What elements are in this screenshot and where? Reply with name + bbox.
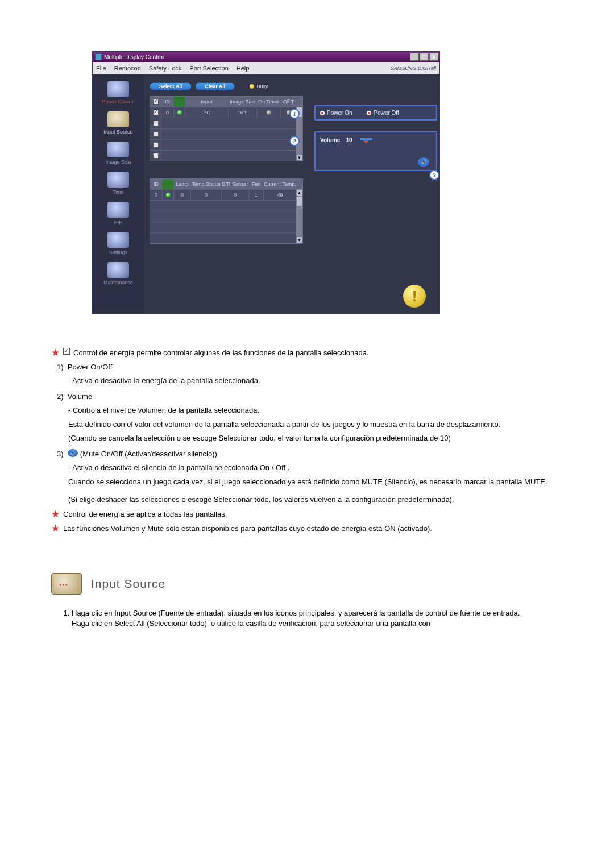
power-off-radio[interactable]: Power Off bbox=[367, 110, 399, 116]
col-power-icon bbox=[174, 97, 185, 107]
row-checkbox[interactable] bbox=[153, 142, 159, 148]
grid-scrollbar[interactable]: ▲▼ bbox=[296, 189, 302, 243]
menu-help[interactable]: Help bbox=[237, 65, 250, 72]
input-source-steps: Haga clic en Input Source (Fuente de ent… bbox=[72, 608, 563, 628]
sidebar-item-power-control[interactable]: Power Control bbox=[93, 79, 144, 109]
col2-br-senser: B/R Senser bbox=[222, 179, 249, 189]
table-row bbox=[150, 200, 302, 211]
item2-l3: (Cuando se cancela la selección o se esc… bbox=[68, 433, 451, 443]
window-title: Multiple Display Control bbox=[104, 54, 164, 60]
sidebar-item-settings[interactable]: Settings bbox=[93, 230, 144, 260]
star-icon: ★ bbox=[51, 509, 60, 519]
settings-icon bbox=[107, 231, 130, 248]
on-timer-led-icon bbox=[267, 110, 271, 115]
cell-id: 0 bbox=[161, 107, 174, 118]
power-off-label: Power Off bbox=[374, 110, 399, 116]
sidebar-item-input-source[interactable]: Input Source bbox=[93, 109, 144, 139]
col-on-timer: On Timer bbox=[257, 97, 281, 107]
power-on-label: Power On bbox=[327, 110, 352, 116]
col-id: ID bbox=[161, 97, 174, 107]
col-input: Input bbox=[185, 97, 229, 107]
row-checkbox[interactable] bbox=[153, 121, 159, 126]
ol1a: Haga clic en Input Source (Fuente de ent… bbox=[72, 609, 520, 617]
item3-l3: (Si elige deshacer las selecciones o esc… bbox=[68, 495, 454, 505]
sidebar-item-image-size[interactable]: Image Size bbox=[93, 139, 144, 169]
col2-fan: Fan bbox=[249, 179, 264, 189]
app-icon bbox=[95, 53, 102, 60]
titlebar: Multiple Display Control _ □ X bbox=[93, 52, 439, 62]
col2-temp-status: Temp.Status bbox=[191, 179, 222, 189]
cell2-fan: 1 bbox=[249, 190, 264, 200]
cell2-temp: 0 bbox=[191, 190, 222, 200]
toolbar: Select All Clear All Busy bbox=[150, 82, 434, 90]
menu-file[interactable]: File bbox=[96, 65, 106, 72]
col2-current-temp: Current Temp. bbox=[264, 179, 297, 189]
checkbox-icon bbox=[63, 348, 70, 355]
col2-power-icon bbox=[163, 179, 174, 189]
col-image-size: Image Size bbox=[229, 97, 257, 107]
row-checkbox[interactable] bbox=[153, 131, 159, 137]
header-checkbox[interactable] bbox=[153, 99, 159, 105]
minimize-button[interactable]: _ bbox=[410, 53, 419, 61]
menu-remocon[interactable]: Remocon bbox=[114, 65, 141, 72]
table-row[interactable] bbox=[150, 139, 302, 150]
busy-led-icon bbox=[250, 84, 254, 89]
star-icon: ★ bbox=[51, 348, 60, 358]
table-row[interactable]: 0 PC 16:9 bbox=[150, 107, 302, 118]
doc-text: ★ Control de energía permite controlar a… bbox=[51, 348, 563, 628]
sidebar: Power Control Input Source Image Size Ti… bbox=[93, 74, 144, 313]
table-row bbox=[150, 232, 302, 243]
input-source-icon bbox=[107, 111, 130, 128]
callout-3: 3 bbox=[429, 170, 439, 180]
main-panel: Select All Clear All Busy ID Input Image… bbox=[144, 74, 439, 313]
row-checkbox[interactable] bbox=[153, 110, 159, 115]
item2-l2: Está definido con el valor del volumen d… bbox=[68, 420, 500, 430]
busy-label: Busy bbox=[256, 84, 268, 89]
cell2-br: 0 bbox=[222, 190, 249, 200]
table-row[interactable] bbox=[150, 128, 302, 139]
maintenance-icon bbox=[107, 261, 130, 279]
menubar: File Remocon Safety Lock Port Selection … bbox=[93, 62, 439, 74]
intro-text: Control de energía permite controlar alg… bbox=[73, 348, 369, 358]
volume-slider[interactable] bbox=[358, 136, 372, 144]
maximize-button[interactable]: □ bbox=[420, 53, 429, 61]
select-all-button[interactable]: Select All bbox=[150, 82, 192, 90]
menu-port-selection[interactable]: Port Selection bbox=[189, 65, 228, 72]
brand-text: SAMSUNG DIGITall bbox=[391, 65, 436, 71]
row-checkbox[interactable] bbox=[153, 153, 159, 159]
sidebar-item-time[interactable]: Time bbox=[93, 169, 144, 200]
col2-id: ID bbox=[150, 179, 163, 189]
pip-icon bbox=[107, 201, 130, 218]
item2-title: Volume bbox=[68, 392, 92, 402]
mute-icon[interactable]: 🔊 bbox=[418, 157, 429, 167]
item1-title: Power On/Off bbox=[68, 362, 113, 372]
power-on-radio[interactable]: Power On bbox=[320, 110, 352, 116]
power-control-icon bbox=[107, 81, 130, 98]
sidebar-item-pip[interactable]: PIP bbox=[93, 200, 144, 230]
callout-1: 1 bbox=[289, 109, 300, 119]
table-row bbox=[150, 211, 302, 222]
col-off-timer: Off T bbox=[281, 97, 297, 107]
ol1b: Haga clic en Select All (Seleccionar tod… bbox=[72, 619, 430, 628]
section-title: Input Source bbox=[91, 576, 165, 592]
close-button[interactable]: X bbox=[429, 53, 438, 61]
section-input-source: Input Source bbox=[51, 573, 563, 595]
volume-value: 10 bbox=[346, 137, 352, 143]
table-row[interactable] bbox=[150, 118, 302, 128]
clear-all-button[interactable]: Clear All bbox=[195, 82, 235, 90]
input-source-section-icon bbox=[51, 573, 82, 595]
menu-safety-lock[interactable]: Safety Lock bbox=[149, 65, 181, 72]
sidebar-item-maintenance[interactable]: Maintenance bbox=[93, 260, 144, 290]
volume-label: Volume bbox=[320, 137, 340, 143]
callout-2: 2 bbox=[289, 136, 300, 146]
item3-l1: - Activa o desactiva el silencio de la p… bbox=[68, 463, 289, 473]
power-panel: Power On Power Off bbox=[314, 105, 437, 121]
table-row[interactable]: 0 0 0 0 1 49 bbox=[150, 189, 302, 200]
cell2-current-temp: 49 bbox=[264, 190, 297, 200]
display-list-grid: ID Input Image Size On Timer Off T 0 PC … bbox=[150, 96, 303, 161]
item3-l2: Cuando se selecciona un juego cada vez, … bbox=[68, 477, 547, 487]
cell2-id: 0 bbox=[150, 190, 163, 200]
time-icon bbox=[107, 171, 130, 188]
table-row[interactable] bbox=[150, 150, 302, 161]
star-icon: ★ bbox=[51, 524, 60, 533]
